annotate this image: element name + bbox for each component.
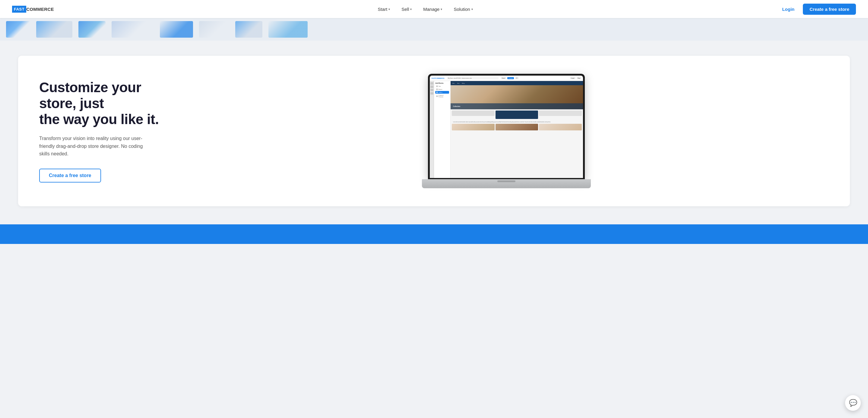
strip-item: [160, 21, 193, 38]
logo-commerce: COMMERCE: [26, 7, 54, 12]
mini-nav-kids: Kids: [457, 82, 460, 84]
headline: Customize your store, just the way you l…: [39, 79, 166, 128]
mini-banner-icon: [436, 89, 438, 90]
strip-item: [6, 21, 30, 38]
laptop-illustration: FASTCOMMERCE My Store: store/871165 > fa…: [184, 74, 829, 188]
mini-store-preview: Men Kids Baby Collection: [451, 81, 583, 178]
navbar-actions: Login Create a free store: [778, 4, 856, 15]
mini-logo: FASTCOMMERCE: [432, 77, 444, 79]
mini-collection-label: Collection: [453, 105, 460, 107]
mini-bug-btn: Bug: [577, 77, 581, 79]
mini-preview-btn: Preview: [507, 77, 514, 79]
mini-tool-icons: [430, 81, 434, 178]
nav-start-label: Start: [378, 7, 388, 12]
mini-bottom-products: [451, 124, 583, 132]
navbar: FAST COMMERCE Start ▾ Sell ▾ Manage ▾ So…: [0, 0, 868, 18]
laptop-screen-inner: FASTCOMMERCE My Store: store/871165 > fa…: [430, 76, 583, 178]
headline-line2: the way you like it.: [39, 111, 159, 127]
create-store-button-hero[interactable]: Create a free store: [39, 169, 101, 182]
logo-fast: FAST: [12, 6, 26, 13]
strip-item: [199, 21, 229, 38]
mini-add-blocks-sidebar: Add Blocks Text Banner: [434, 81, 451, 178]
nav-start-chevron-icon: ▾: [389, 7, 390, 11]
mini-product-1: [452, 110, 495, 116]
create-store-button-nav[interactable]: Create a free store: [803, 4, 856, 15]
mini-tool-icon-move: [430, 89, 433, 91]
logo[interactable]: FAST COMMERCE: [12, 6, 54, 13]
mini-products-row: [451, 109, 583, 120]
nav-solution-label: Solution: [454, 7, 470, 12]
strip-item: [269, 21, 308, 38]
scrolling-banner-strip: [0, 18, 868, 41]
mini-bottom-product-2: [496, 124, 538, 130]
mini-text-icon: [436, 85, 438, 87]
strip-item: [79, 21, 105, 38]
mini-nav-baby: Baby: [462, 82, 465, 84]
mini-sidebar-gallery: Gallery: [435, 91, 449, 94]
mini-store-content: Collection: [451, 85, 583, 178]
mini-sidebar-banner: Banner: [435, 88, 449, 91]
mini-featured-icon: [436, 96, 438, 97]
mini-tool-icon-image: [430, 92, 433, 95]
mini-bottom-product-1: [452, 124, 495, 130]
login-button[interactable]: Login: [778, 4, 798, 14]
laptop-wrap: FASTCOMMERCE My Store: store/871165 > fa…: [422, 74, 591, 188]
main-section: Customize your store, just the way you l…: [0, 41, 868, 224]
nav-item-start[interactable]: Start ▾: [374, 4, 395, 14]
nav-item-solution[interactable]: Solution ▾: [450, 4, 477, 14]
nav-sell-label: Sell: [401, 7, 409, 12]
mini-hero-overlay: Collection: [451, 103, 583, 109]
mini-store-nav: Men Kids Baby: [451, 81, 583, 85]
subtext: Transform your vision into reality using…: [39, 135, 148, 158]
laptop-screen-frame: FASTCOMMERCE My Store: store/871165 > fa…: [428, 74, 585, 179]
nav-item-sell[interactable]: Sell ▾: [397, 4, 416, 14]
mini-bottom-product-3: [539, 124, 582, 130]
laptop-base: [422, 179, 591, 188]
nav-sell-chevron-icon: ▾: [410, 7, 412, 11]
nav-manage-chevron-icon: ▾: [441, 7, 442, 11]
text-side: Customize your store, just the way you l…: [39, 79, 166, 182]
mini-save-btn: Save: [501, 77, 506, 79]
strip-item: [36, 21, 72, 38]
nav-manage-label: Manage: [423, 7, 439, 12]
mini-product-2: [496, 110, 538, 119]
mini-gallery-icon: [436, 92, 438, 93]
mini-url-bar: My Store: store/871165 > fastcommerce.in…: [447, 77, 499, 79]
mini-browser-bar: FASTCOMMERCE My Store: store/871165 > fa…: [430, 76, 583, 81]
mini-product-3: [539, 110, 582, 116]
nav-item-manage[interactable]: Manage ▾: [419, 4, 446, 14]
nav-menu: Start ▾ Sell ▾ Manage ▾ Solution ▾: [72, 4, 779, 14]
mini-sidebar-text: Text: [435, 85, 449, 88]
mini-tool-icon-edit: [430, 85, 433, 88]
headline-line1: Customize your store, just: [39, 79, 141, 111]
mini-url-text: My Store: store/871165 > fastcommerce.in…: [448, 77, 472, 79]
mini-preview-btn2: P: [515, 77, 519, 79]
mini-hero-image: Collection: [451, 85, 583, 109]
mini-browser: FASTCOMMERCE My Store: store/871165 > fa…: [430, 76, 583, 178]
mini-login-btn: Login: [570, 77, 576, 79]
mini-tool-icon-add: [430, 82, 433, 84]
footer-blue-strip: [0, 224, 868, 244]
strip-item: [235, 21, 262, 38]
mini-nav-men: Men: [453, 82, 455, 84]
mini-sidebar-title: Add Blocks: [435, 82, 449, 84]
strip-item: [112, 21, 154, 38]
mini-sidebar-featured: Featured Products: [435, 94, 449, 98]
feature-card: Customize your store, just the way you l…: [18, 56, 850, 206]
mini-browser-body: Add Blocks Text Banner: [430, 81, 583, 178]
mini-text-block: Lorem dolor amet tail shoulder shank, st…: [451, 120, 583, 124]
nav-solution-chevron-icon: ▾: [471, 7, 473, 11]
